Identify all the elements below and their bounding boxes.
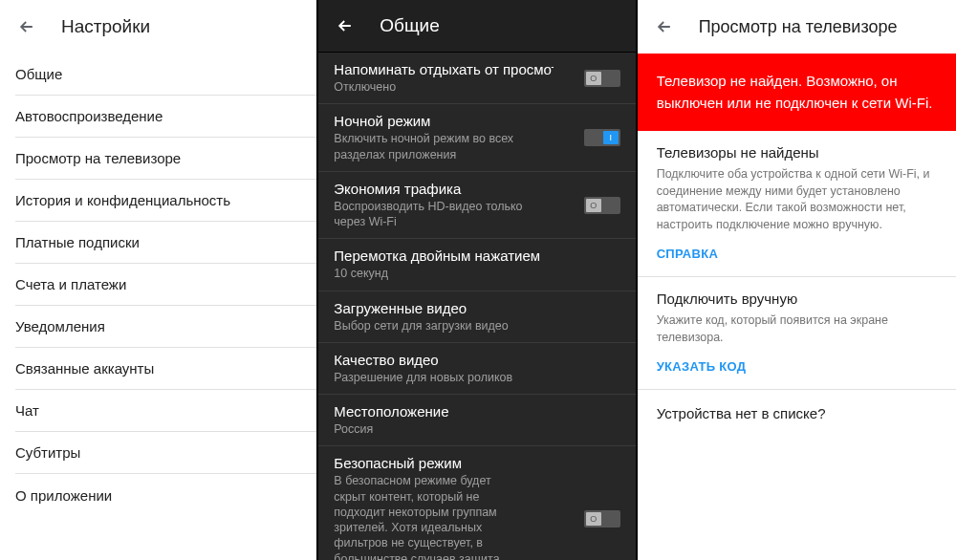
toggle-switch[interactable]: O <box>584 70 620 87</box>
page-title: Просмотр на телевизоре <box>699 17 898 37</box>
setting-data-saver[interactable]: Экономия трафика Воспроизводить HD-видео… <box>318 172 635 240</box>
page-title: Общие <box>380 15 439 36</box>
settings-item-billing[interactable]: Счета и платежи <box>15 264 316 306</box>
settings-item-about[interactable]: О приложении <box>15 474 316 516</box>
settings-item-captions[interactable]: Субтитры <box>15 432 316 474</box>
setting-remind-break[interactable]: Напоминать отдыхать от просмотра Отключе… <box>318 53 635 104</box>
toggle-switch[interactable]: I <box>584 129 620 146</box>
setting-restricted-mode[interactable]: Безопасный режим В безопасном режиме буд… <box>318 446 635 560</box>
setting-sublabel: Разрешение для новых роликов <box>334 370 525 385</box>
setting-location[interactable]: Местоположение Россия <box>318 395 635 446</box>
setting-label: Ночной режим <box>334 113 574 129</box>
page-title: Настройки <box>61 16 150 37</box>
setting-label: Загруженные видео <box>334 300 619 316</box>
setting-double-tap-seek[interactable]: Перемотка двойным нажатием 10 секунд <box>318 239 635 291</box>
settings-item-chat[interactable]: Чат <box>15 390 316 432</box>
setting-sublabel: Россия <box>334 421 525 437</box>
toggle-switch[interactable]: O <box>584 197 620 214</box>
toggle-switch[interactable]: O <box>584 510 620 528</box>
setting-sublabel: Воспроизводить HD-видео только через Wi-… <box>334 199 525 230</box>
setting-label: Местоположение <box>334 403 619 420</box>
setting-label: Перемотка двойным нажатием <box>334 248 619 264</box>
settings-item-history-privacy[interactable]: История и конфиденциальность <box>15 180 316 222</box>
back-icon[interactable] <box>653 15 676 38</box>
setting-sublabel: 10 секунд <box>334 266 525 281</box>
settings-item-paid-subscriptions[interactable]: Платные подписки <box>15 222 316 264</box>
enter-code-button[interactable]: УКАЗАТЬ КОД <box>657 359 937 374</box>
setting-sublabel: Выбор сети для загрузки видео <box>334 318 525 334</box>
settings-item-notifications[interactable]: Уведомления <box>15 306 316 348</box>
error-banner: Телевизор не найден. Возможно, он выключ… <box>638 54 956 131</box>
setting-label: Качество видео <box>334 352 619 368</box>
settings-item-general[interactable]: Общие <box>15 54 316 96</box>
device-not-listed-row[interactable]: Устройства нет в списке? <box>638 389 956 437</box>
setting-label: Экономия трафика <box>334 181 574 197</box>
settings-item-watch-on-tv[interactable]: Просмотр на телевизоре <box>15 138 316 180</box>
back-icon[interactable] <box>334 14 357 37</box>
setting-night-mode[interactable]: Ночной режим Включить ночной режим во вс… <box>318 104 635 172</box>
section-body: Подключите оба устройства к одной сети W… <box>657 166 937 233</box>
back-icon[interactable] <box>15 15 38 38</box>
section-body: Укажите код, который появится на экране … <box>657 312 937 346</box>
setting-sublabel: Включить ночной режим во всех разделах п… <box>334 131 525 162</box>
setting-label: Напоминать отдыхать от просмотра <box>334 61 554 77</box>
setting-downloads[interactable]: Загруженные видео Выбор сети для загрузк… <box>318 291 635 343</box>
setting-video-quality[interactable]: Качество видео Разрешение для новых роли… <box>318 343 635 395</box>
section-title: Подключить вручную <box>657 291 937 307</box>
setting-sublabel: В безопасном режиме будет скрыт контент,… <box>334 473 525 560</box>
setting-sublabel: Отключено <box>334 79 525 95</box>
section-title: Телевизоры не найдены <box>657 144 937 161</box>
help-button[interactable]: СПРАВКА <box>657 247 937 261</box>
settings-item-autoplay[interactable]: Автовоспроизведение <box>15 96 316 138</box>
setting-label: Безопасный режим <box>334 455 574 471</box>
settings-item-linked-accounts[interactable]: Связанные аккаунты <box>15 348 316 390</box>
